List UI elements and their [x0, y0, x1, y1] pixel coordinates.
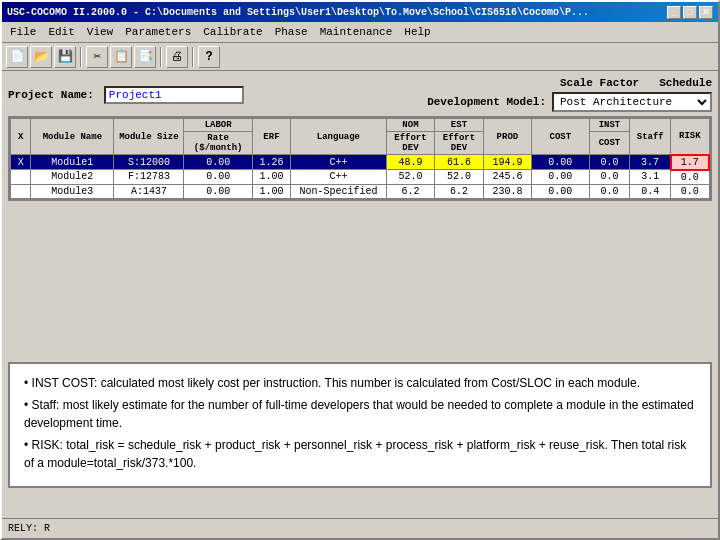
cell-size: S:12000 — [114, 155, 184, 170]
cell-size: F:12783 — [114, 170, 184, 185]
menu-file[interactable]: File — [4, 24, 42, 40]
cell-erf: 1.26 — [252, 155, 290, 170]
print-button[interactable]: 🖨 — [166, 46, 188, 68]
cell-erf: 1.00 — [252, 184, 290, 198]
cell-staff: 0.4 — [630, 184, 671, 198]
new-button[interactable]: 📄 — [6, 46, 28, 68]
cell-erf: 1.00 — [252, 170, 290, 185]
cell-module-name: Module1 — [31, 155, 114, 170]
menu-help[interactable]: Help — [398, 24, 436, 40]
col-header-labor: LABOR — [184, 119, 252, 132]
col-header-est: EST — [435, 119, 483, 132]
window-title: USC-COCOMO II.2000.0 - C:\Documents and … — [7, 7, 589, 18]
project-name-input[interactable] — [104, 86, 244, 104]
cell-prod: 245.6 — [483, 170, 531, 185]
info-inst-cost: • INST COST: calculated most likely cost… — [24, 374, 696, 392]
save-button[interactable]: 💾 — [54, 46, 76, 68]
cell-cost: 0.00 — [532, 170, 589, 185]
dev-model-select[interactable]: Post Architecture Early Design — [552, 92, 712, 112]
schedule-label: Schedule — [659, 77, 712, 89]
col-header-nom: NOM — [386, 119, 434, 132]
close-button[interactable]: ✕ — [699, 6, 713, 19]
cell-cost: 0.00 — [532, 155, 589, 170]
cell-size: A:1437 — [114, 184, 184, 198]
cell-risk: 1.7 — [671, 155, 709, 170]
menu-view[interactable]: View — [81, 24, 119, 40]
col-header-module-name: Module Name — [31, 119, 114, 155]
col-header-nom-dev: Effort DEV — [386, 132, 434, 155]
help-button[interactable]: ? — [198, 46, 220, 68]
title-bar: USC-COCOMO II.2000.0 - C:\Documents and … — [2, 2, 718, 22]
scale-schedule-row: Scale Factor Schedule — [560, 77, 712, 89]
cell-inst-cost: 0.0 — [589, 170, 630, 185]
cell-risk: 0.0 — [671, 184, 709, 198]
col-header-erf: ERF — [252, 119, 290, 155]
project-row: Project Name: Scale Factor Schedule Deve… — [8, 77, 712, 112]
menu-bar: File Edit View Parameters Calibrate Phas… — [2, 22, 718, 43]
cell-inst-cost: 0.0 — [589, 184, 630, 198]
title-bar-buttons: _ □ ✕ — [667, 6, 713, 19]
col-header-inst: INST — [589, 119, 630, 132]
cell-language: C++ — [291, 155, 387, 170]
cell-module-name: Module2 — [31, 170, 114, 185]
minimize-button[interactable]: _ — [667, 6, 681, 19]
menu-phase[interactable]: Phase — [269, 24, 314, 40]
status-bar: RELY: R — [2, 518, 718, 538]
menu-parameters[interactable]: Parameters — [119, 24, 197, 40]
toolbar: 📄 📂 💾 ✂ 📋 📑 🖨 ? — [2, 43, 718, 71]
dev-model-row: Development Model: Post Architecture Ear… — [427, 92, 712, 112]
toolbar-separator-3 — [192, 47, 194, 67]
col-header-module-size: Module Size — [114, 119, 184, 155]
table-header-group-row: X Module Name Module Size LABOR ERF Lang… — [11, 119, 710, 132]
menu-calibrate[interactable]: Calibrate — [197, 24, 268, 40]
info-staff: • Staff: most likely estimate for the nu… — [24, 396, 696, 432]
cell-labor-rate: 0.00 — [184, 184, 252, 198]
cell-risk: 0.0 — [671, 170, 709, 185]
cell-labor-rate: 0.00 — [184, 155, 252, 170]
cell-labor-rate: 0.00 — [184, 170, 252, 185]
cell-nom-effort: 52.0 — [386, 170, 434, 185]
cell-language: C++ — [291, 170, 387, 185]
table-row[interactable]: Module3 A:1437 0.00 1.00 Non-Specified 6… — [11, 184, 710, 198]
cell-x — [11, 170, 31, 185]
copy-button[interactable]: 📋 — [110, 46, 132, 68]
project-name-label: Project Name: — [8, 89, 94, 101]
module-table-container: X Module Name Module Size LABOR ERF Lang… — [8, 116, 712, 201]
cell-inst-cost: 0.0 — [589, 155, 630, 170]
cell-nom-effort: 6.2 — [386, 184, 434, 198]
cell-prod: 230.8 — [483, 184, 531, 198]
paste-button[interactable]: 📑 — [134, 46, 156, 68]
cell-prod: 194.9 — [483, 155, 531, 170]
col-header-rate: Rate ($/month) — [184, 132, 252, 155]
cell-x — [11, 184, 31, 198]
maximize-button[interactable]: □ — [683, 6, 697, 19]
cell-est-effort: 61.6 — [435, 155, 483, 170]
right-section: Scale Factor Schedule Development Model:… — [427, 77, 712, 112]
cell-staff: 3.1 — [630, 170, 671, 185]
cell-module-name: Module3 — [31, 184, 114, 198]
open-button[interactable]: 📂 — [30, 46, 52, 68]
main-window: USC-COCOMO II.2000.0 - C:\Documents and … — [0, 0, 720, 540]
cell-nom-effort: 48.9 — [386, 155, 434, 170]
col-header-risk: RISK — [671, 119, 709, 155]
toolbar-separator-1 — [80, 47, 82, 67]
content-area: Project Name: Scale Factor Schedule Deve… — [2, 71, 718, 518]
menu-edit[interactable]: Edit — [42, 24, 80, 40]
status-text: RELY: R — [8, 523, 50, 534]
menu-maintenance[interactable]: Maintenance — [314, 24, 399, 40]
col-header-staff: Staff — [630, 119, 671, 155]
col-header-prod: PROD — [483, 119, 531, 155]
info-risk: • RISK: total_risk = schedule_risk + pro… — [24, 436, 696, 472]
table-row[interactable]: X Module1 S:12000 0.00 1.26 C++ 48.9 61.… — [11, 155, 710, 170]
cell-staff: 3.7 — [630, 155, 671, 170]
col-header-cost: COST — [532, 119, 589, 155]
col-header-x: X — [11, 119, 31, 155]
table-row[interactable]: Module2 F:12783 0.00 1.00 C++ 52.0 52.0 … — [11, 170, 710, 185]
scale-factor-label: Scale Factor — [560, 77, 639, 89]
module-table: X Module Name Module Size LABOR ERF Lang… — [10, 118, 710, 199]
cell-x: X — [11, 155, 31, 170]
col-header-inst-cost: COST — [589, 132, 630, 155]
cut-button[interactable]: ✂ — [86, 46, 108, 68]
info-box: • INST COST: calculated most likely cost… — [8, 362, 712, 488]
col-header-language: Language — [291, 119, 387, 155]
